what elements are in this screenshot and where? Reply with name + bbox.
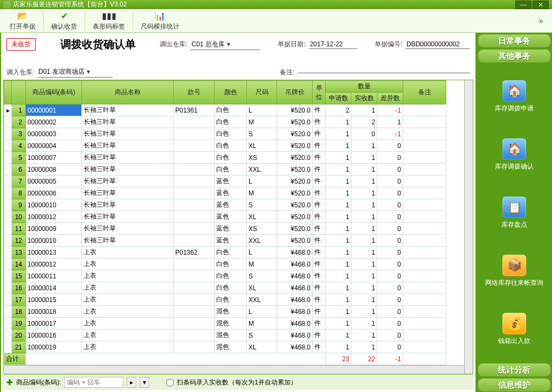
bill-no-field: DBD00000000002 <box>405 40 470 49</box>
app-logo-icon <box>3 1 11 9</box>
table-row[interactable]: 2010000016上衣混色S¥468.0件110 <box>4 330 446 341</box>
col-style[interactable]: 款号 <box>174 81 215 104</box>
report-icon: 📊 <box>155 10 165 21</box>
confirm-receive-button[interactable]: ✔确认收货 <box>46 9 82 32</box>
size-report-button[interactable]: 📊尺码横排统计 <box>135 9 185 32</box>
table-row[interactable]: 510000007长袖三叶草白色XS¥520.0件110 <box>4 152 446 164</box>
open-bill-button[interactable]: 📂打开单据 <box>4 9 41 32</box>
code-dropdown-button[interactable]: ▾ <box>140 377 149 388</box>
code-input-label: 商品编码(条码): <box>16 378 61 387</box>
table-row[interactable]: 300000003长袖三叶草白色S¥520.0件10-1 <box>4 128 446 140</box>
grid-footer: ✚ 商品编码(条码): ▸ ▾ 扫条码录入实收数（每次为1并自动累加） <box>3 374 473 390</box>
side-panel: 日常事务 其他事务 🏠库存调拨申请 🏠库存调拨确认 📋库存盘点 📦网络库存往来帐… <box>477 33 552 392</box>
coins-icon: 💰 <box>502 313 526 334</box>
open-icon: 📂 <box>17 10 28 21</box>
page-title: 调拨收货确认单 <box>60 37 136 52</box>
table-row[interactable]: 2110000019上衣混色XL¥468.0件110 <box>4 341 446 353</box>
transfer-confirm-icon: 🏠 <box>502 138 526 160</box>
vertical-scrollbar[interactable] <box>464 80 473 374</box>
sum-recv: 22 <box>351 353 377 365</box>
horizontal-scrollbar[interactable] <box>4 365 464 374</box>
info-maint-button[interactable]: 信息维护 <box>478 378 551 392</box>
stock-check-icon: 📋 <box>502 197 526 218</box>
col-price[interactable]: 吊牌价 <box>277 81 313 104</box>
remark-field[interactable] <box>298 72 470 73</box>
table-row[interactable]: 1810000018上衣混色L¥468.0件110 <box>4 306 446 318</box>
col-remark[interactable]: 备注 <box>403 81 446 104</box>
stock-transfer-apply-button[interactable]: 🏠库存调拨申请 <box>478 78 551 115</box>
size-report-label: 尺码横排统计 <box>141 22 180 31</box>
table-row[interactable]: 1010000012长袖三叶草蓝色XL¥520.0件110 <box>4 211 446 223</box>
remark-label: 备注: <box>280 68 294 77</box>
code-lookup-button[interactable]: ▸ <box>127 377 136 388</box>
stats-button[interactable]: 统计分析 <box>478 363 551 377</box>
col-code[interactable]: 商品编码(条码) <box>26 81 82 104</box>
col-apply[interactable]: 申请数 <box>326 93 351 104</box>
table-row[interactable]: 1110000009长袖三叶草蓝色XS¥520.0件110 <box>4 223 446 235</box>
open-bill-label: 打开单据 <box>10 22 36 31</box>
table-row[interactable]: 400000004长袖三叶草白色XL¥520.0件110 <box>4 140 446 152</box>
sum-apply: 23 <box>326 353 351 365</box>
cashbox-button[interactable]: 💰钱箱出入款 <box>478 311 551 348</box>
confirm-receive-label: 确认收货 <box>51 22 77 31</box>
in-warehouse-select[interactable]: D01 友谊商场店 <box>37 67 113 78</box>
scan-label: 扫条码录入实收数（每次为1并自动累加） <box>177 378 297 387</box>
data-grid[interactable]: 商品编码(条码) 商品名称 款号 颜色 尺码 吊牌价 单位 数量 备注 申请数 <box>4 80 446 365</box>
col-unit[interactable]: 单位 <box>313 81 326 104</box>
col-name[interactable]: 商品名称 <box>82 81 174 104</box>
table-row[interactable]: 1910000017上衣混色M¥468.0件110 <box>4 318 446 330</box>
bill-date-label: 单据日期: <box>278 40 305 49</box>
check-icon: ✔ <box>59 10 70 21</box>
out-warehouse-select[interactable]: C01 总仓库 <box>190 39 260 50</box>
close-button[interactable]: ✕ <box>533 1 549 9</box>
other-tasks-button[interactable]: 其他事务 <box>478 49 551 63</box>
out-warehouse-label: 调出仓库: <box>160 40 187 49</box>
title-bar: 店家乐服装连锁管理系统【前台】V3.02 — ✕ <box>0 0 552 9</box>
col-diff[interactable]: 差异数 <box>377 93 403 104</box>
table-row[interactable]: 700000005长袖三叶草蓝色L¥520.0件110 <box>4 176 446 187</box>
toolbar: 📂打开单据 ✔确认收货 ▮▮▮条形码标签 📊尺码横排统计 » <box>0 9 552 33</box>
bill-date-field[interactable]: 2017-12-22 <box>309 40 357 49</box>
code-input[interactable] <box>64 377 123 388</box>
sum-diff: -1 <box>377 353 403 365</box>
table-row[interactable]: 910000010长袖三叶草蓝色S¥520.0件110 <box>4 199 446 211</box>
daily-tasks-button[interactable]: 日常事务 <box>478 34 551 48</box>
table-row[interactable]: 800000006长袖三叶草蓝色M¥520.0件110 <box>4 187 446 199</box>
sum-row: 合计 23 22 -1 <box>4 353 446 365</box>
table-row[interactable]: 1510000011上衣白色S¥468.0件110 <box>4 270 446 282</box>
table-row[interactable]: 1710000015上衣白色XXL¥468.0件110 <box>4 294 446 306</box>
table-row[interactable]: 1210000010长袖三叶草蓝色XXL¥520.0件110 <box>4 235 446 247</box>
stock-check-button[interactable]: 📋库存盘点 <box>478 194 551 232</box>
col-color[interactable]: 颜色 <box>215 81 247 104</box>
barcode-label-text: 条形码标签 <box>93 22 125 31</box>
col-size[interactable]: 尺码 <box>247 81 277 104</box>
in-warehouse-label: 调入仓库: <box>6 68 34 77</box>
table-row[interactable]: 1610000014上衣白色XL¥468.0件110 <box>4 282 446 294</box>
network-query-icon: 📦 <box>502 255 526 276</box>
table-row[interactable]: 610000008长袖三叶草白色XXL¥520.0件110 <box>4 164 446 176</box>
col-recv[interactable]: 实收数 <box>351 93 377 104</box>
table-row[interactable]: 1310000013上衣P01362白色L¥468.0件110 <box>4 247 446 258</box>
network-stock-query-button[interactable]: 📦网络库存往来帐查询 <box>478 253 551 290</box>
plus-icon: ✚ <box>6 378 13 387</box>
table-row[interactable]: 1410000012上衣白色M¥468.0件110 <box>4 258 446 270</box>
window-title: 店家乐服装连锁管理系统【前台】V3.02 <box>13 0 127 9</box>
status-badge: 未收货 <box>6 38 36 51</box>
barcode-icon: ▮▮▮ <box>104 10 114 21</box>
bill-no-label: 单据编号: <box>375 40 402 49</box>
table-row[interactable]: ▸100000001长袖三叶草P01361白色L¥520.0件21-1 <box>4 104 446 116</box>
transfer-apply-icon: 🏠 <box>502 80 526 102</box>
table-row[interactable]: 200000002长袖三叶草白色M¥520.0件121 <box>4 116 446 128</box>
sum-label: 合计 <box>4 353 26 365</box>
col-qty-group: 数量 <box>326 81 403 93</box>
toolbar-overflow-button[interactable]: » <box>534 14 548 28</box>
stock-transfer-confirm-button[interactable]: 🏠库存调拨确认 <box>478 136 551 173</box>
minimize-button[interactable]: — <box>515 1 532 9</box>
scan-checkbox[interactable] <box>167 379 174 386</box>
barcode-label-button[interactable]: ▮▮▮条形码标签 <box>87 9 130 32</box>
